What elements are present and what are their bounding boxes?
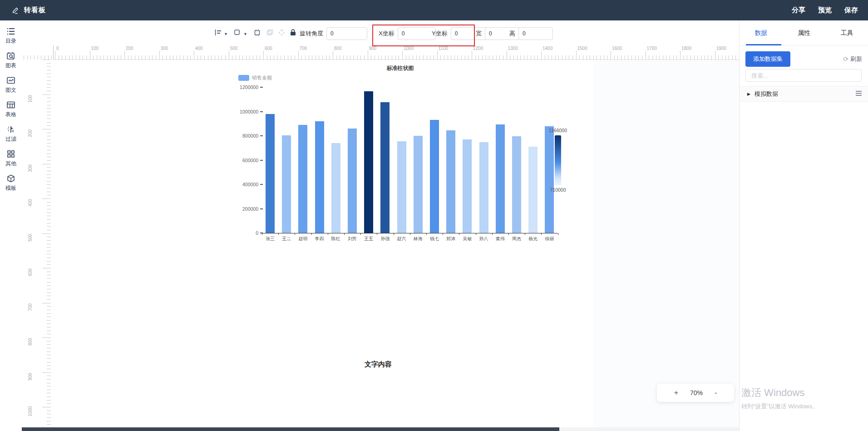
ruler-tick: [493, 55, 493, 59]
ruler-label: 700: [28, 298, 33, 316]
layer-icon[interactable]: [233, 29, 241, 38]
rotation-angle-field-input[interactable]: [326, 27, 367, 40]
preview-button[interactable]: 预览: [818, 6, 832, 15]
ruler-label: 1100: [439, 46, 449, 51]
refresh-button[interactable]: ⟳ 刷新: [843, 55, 862, 63]
sidebar-item-table[interactable]: 表格: [0, 94, 22, 119]
visualmap-gradient[interactable]: [555, 135, 561, 185]
bar[interactable]: [479, 142, 488, 233]
ruler-tick: [267, 55, 267, 59]
ruler-tick: [423, 55, 424, 59]
lock-icon[interactable]: [290, 29, 296, 38]
add-dataset-button[interactable]: 添加数据集: [745, 51, 790, 67]
sidebar-item-grid[interactable]: 其他: [0, 143, 22, 168]
ruler-tick: [47, 101, 51, 102]
x-axis-tick: [525, 233, 525, 235]
height-field-label: 高: [509, 30, 515, 38]
bar[interactable]: [512, 136, 521, 233]
copy-icon[interactable]: [266, 29, 274, 38]
ruler-tick: [277, 55, 278, 59]
dataset-menu-icon[interactable]: [855, 90, 862, 98]
resize-icon[interactable]: [253, 29, 261, 38]
sidebar-item-chart[interactable]: 图表: [0, 45, 22, 69]
horizontal-scrollbar[interactable]: [22, 427, 559, 431]
ruler-tick: [47, 112, 51, 112]
ruler-tick: [697, 55, 698, 59]
height-field-input[interactable]: [518, 27, 553, 40]
ruler-tick: [440, 55, 441, 59]
x-axis-tick: [311, 233, 312, 235]
ruler-tick: [42, 372, 51, 373]
ruler-label: 1500: [577, 46, 587, 51]
bar[interactable]: [364, 91, 373, 233]
ruler-tick: [47, 184, 51, 185]
tab-工具[interactable]: 工具: [825, 29, 868, 37]
bar[interactable]: [315, 121, 324, 233]
ruler-tick: [406, 55, 406, 59]
y-axis-label: 0: [232, 230, 258, 236]
chart-element[interactable]: 标准柱状图销售金额0200000400000600000800000100000…: [231, 64, 569, 245]
ruler-tick: [47, 306, 51, 307]
zoom-in-button[interactable]: +: [674, 389, 678, 396]
edit-title-icon[interactable]: [12, 6, 20, 14]
search-input[interactable]: [745, 69, 862, 82]
bar[interactable]: [331, 143, 340, 233]
ungroup-icon[interactable]: [278, 29, 286, 38]
ruler-tick: [364, 55, 365, 59]
bar[interactable]: [266, 114, 275, 233]
chart-title: 标准柱状图: [231, 64, 569, 72]
ruler-tick: [635, 55, 636, 59]
align-dropdown-caret[interactable]: ▼: [224, 32, 228, 36]
bar[interactable]: [282, 135, 291, 233]
bar[interactable]: [348, 129, 357, 233]
ruler-tick: [47, 108, 51, 109]
tab-数据[interactable]: 数据: [740, 29, 783, 37]
ruler-tick: [451, 55, 451, 59]
bar[interactable]: [528, 147, 538, 233]
ruler-tick: [392, 55, 392, 59]
chart-legend[interactable]: 销售金额: [238, 74, 272, 81]
bar[interactable]: [414, 136, 423, 233]
ruler-tick: [152, 55, 153, 59]
align-icon[interactable]: [214, 29, 222, 38]
ruler-tick: [47, 74, 51, 74]
x-axis-label: 周杰: [508, 236, 526, 242]
ruler-tick: [670, 55, 670, 59]
ruler-tick: [47, 383, 51, 383]
horizontal-ruler: 0100200300400500600700800900100011001200…: [22, 45, 739, 60]
bar[interactable]: [430, 120, 439, 233]
bar[interactable]: [380, 102, 390, 233]
bar[interactable]: [545, 126, 554, 233]
ruler-tick: [47, 334, 51, 334]
tab-属性[interactable]: 属性: [783, 29, 826, 37]
ruler-tick: [47, 119, 51, 119]
bar[interactable]: [446, 130, 455, 233]
expand-arrow-icon[interactable]: ▶: [747, 92, 750, 96]
ruler-tick: [48, 55, 49, 59]
sidebar-item-filter[interactable]: 过滤: [0, 119, 22, 143]
layer-dropdown-caret[interactable]: ▼: [243, 32, 247, 36]
ruler-tick: [326, 55, 326, 59]
bar[interactable]: [397, 141, 406, 233]
sidebar-item-image-text[interactable]: 图文: [0, 69, 22, 94]
bar[interactable]: [298, 125, 307, 233]
zoom-out-button[interactable]: -: [715, 389, 717, 396]
share-button[interactable]: 分享: [792, 6, 805, 15]
dashboard-page[interactable]: 标准柱状图销售金额0200000400000600000800000100000…: [53, 59, 593, 427]
ruler-tick: [722, 55, 722, 59]
ruler-tick: [489, 55, 489, 59]
visualmap-min-label: 710000: [542, 187, 574, 193]
sidebar-item-catalog-list[interactable]: 目录: [0, 20, 22, 45]
bar[interactable]: [463, 139, 472, 233]
save-button[interactable]: 保存: [844, 6, 858, 15]
ruler-tick: [47, 327, 51, 327]
bar[interactable]: [496, 124, 505, 233]
ruler-label: 1000: [404, 46, 414, 51]
ruler-tick: [284, 55, 285, 59]
text-element[interactable]: 文字内容: [342, 360, 414, 369]
sidebar-item-template-box[interactable]: 模板: [0, 168, 22, 192]
ruler-tick: [47, 136, 51, 136]
ruler-tick: [517, 55, 518, 59]
ruler-tick: [90, 51, 90, 59]
dataset-item-row[interactable]: ▶ 模拟数据: [740, 86, 868, 102]
